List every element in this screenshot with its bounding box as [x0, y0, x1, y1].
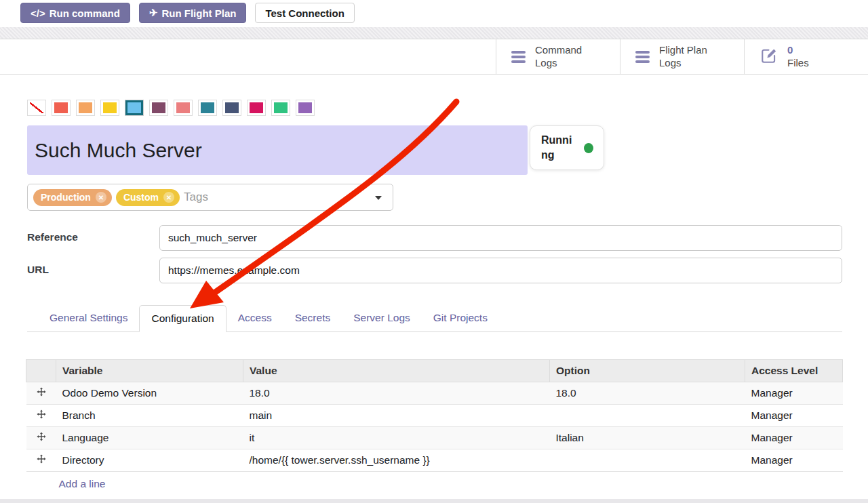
color-swatch[interactable]: [222, 100, 241, 116]
tags-input[interactable]: Production ✕ Custom ✕ Tags: [27, 184, 393, 211]
textured-divider: [0, 27, 868, 39]
flight-plan-logs-label: Flight Plan Logs: [659, 44, 724, 70]
option-cell[interactable]: [550, 405, 745, 427]
color-swatch[interactable]: [76, 100, 95, 116]
files-stat-text: 0 Files: [787, 44, 809, 70]
access-level-cell[interactable]: Manager: [745, 405, 843, 427]
tab-general-settings[interactable]: General Settings: [38, 305, 139, 331]
tags-placeholder: Tags: [184, 190, 208, 204]
value-cell[interactable]: main: [243, 405, 550, 427]
value-column-header[interactable]: Value: [243, 360, 550, 382]
run-flight-plan-button[interactable]: ✈ Run Flight Plan: [139, 3, 247, 23]
value-cell[interactable]: /home/{{ tower.server.ssh_username }}: [243, 449, 550, 472]
access-level-cell[interactable]: Manager: [745, 427, 843, 449]
list-icon: [511, 51, 526, 63]
tag-production-label: Production: [41, 192, 91, 203]
table-header-row: Variable Value Option Access Level: [26, 360, 843, 382]
reference-label: Reference: [27, 225, 159, 251]
configuration-table: Variable Value Option Access Level Odoo …: [26, 359, 843, 500]
table-footer-row: Add a line: [26, 472, 843, 500]
drag-handle-icon[interactable]: [26, 427, 56, 449]
table-row[interactable]: Branch main Manager: [26, 405, 843, 427]
drag-handle-icon[interactable]: [26, 449, 56, 472]
variable-cell[interactable]: Odoo Demo Version: [56, 382, 243, 405]
notebook-tabs: General Settings Configuration Access Se…: [27, 305, 842, 332]
form-sheet: Such Much Server Running Production ✕ Cu…: [0, 100, 868, 500]
variable-cell[interactable]: Branch: [56, 405, 243, 427]
table-row[interactable]: Directory /home/{{ tower.server.ssh_user…: [26, 449, 843, 472]
variable-cell[interactable]: Language: [56, 427, 243, 449]
table-row[interactable]: Language it Italian Manager: [26, 427, 843, 449]
reference-field[interactable]: [159, 225, 842, 251]
color-swatch[interactable]: [100, 100, 119, 116]
option-column-header[interactable]: Option: [550, 360, 745, 382]
color-swatch-none[interactable]: [27, 100, 46, 116]
option-cell[interactable]: [550, 449, 745, 472]
run-command-button[interactable]: </> Run command: [20, 3, 130, 23]
chevron-down-icon[interactable]: [375, 196, 382, 200]
remove-tag-icon[interactable]: ✕: [96, 192, 106, 203]
edit-square-icon: [760, 46, 778, 67]
files-label: Files: [787, 57, 809, 68]
files-count: 0: [787, 44, 793, 56]
option-cell[interactable]: 18.0: [550, 382, 745, 405]
color-swatch[interactable]: [198, 100, 217, 116]
bottom-page-edge: [0, 499, 868, 503]
drag-handle-icon[interactable]: [26, 382, 56, 405]
color-swatch[interactable]: [52, 100, 71, 116]
color-swatch-selected[interactable]: [125, 100, 144, 116]
tab-server-logs[interactable]: Server Logs: [342, 305, 422, 331]
test-connection-label: Test Connection: [265, 7, 344, 19]
command-logs-label: Command Logs: [535, 44, 600, 70]
stat-command-logs[interactable]: Command Logs: [496, 39, 620, 74]
variable-cell[interactable]: Directory: [56, 449, 243, 472]
action-bar: </> Run command ✈ Run Flight Plan Test C…: [0, 0, 868, 27]
option-cell[interactable]: Italian: [550, 427, 745, 449]
server-name-title[interactable]: Such Much Server: [27, 125, 528, 175]
color-swatch[interactable]: [271, 100, 290, 116]
stat-files[interactable]: 0 Files: [744, 39, 868, 74]
value-cell[interactable]: it: [243, 427, 550, 449]
value-cell[interactable]: 18.0: [243, 382, 550, 405]
access-level-cell[interactable]: Manager: [745, 449, 843, 472]
list-icon: [635, 51, 650, 63]
tab-git-projects[interactable]: Git Projects: [422, 305, 499, 331]
tab-secrets[interactable]: Secrets: [283, 305, 342, 331]
add-a-line-link[interactable]: Add a line: [59, 478, 106, 489]
url-field[interactable]: [159, 258, 842, 283]
test-connection-button[interactable]: Test Connection: [255, 3, 354, 23]
stat-button-bar: Command Logs Flight Plan Logs 0 Files: [0, 39, 868, 75]
status-dot-icon: [584, 143, 593, 153]
tag-custom-label: Custom: [123, 192, 159, 203]
remove-tag-icon[interactable]: ✕: [163, 192, 174, 203]
tab-configuration[interactable]: Configuration: [139, 305, 226, 332]
handle-column-header: [26, 360, 56, 382]
access-level-cell[interactable]: Manager: [745, 382, 843, 405]
color-swatch[interactable]: [296, 100, 315, 116]
plane-icon: ✈: [149, 7, 158, 19]
status-badge[interactable]: Running: [530, 125, 604, 170]
url-label: URL: [27, 258, 159, 283]
code-icon: </>: [31, 7, 45, 19]
tag-custom[interactable]: Custom ✕: [116, 189, 180, 206]
color-palette: [27, 100, 842, 116]
tab-access[interactable]: Access: [226, 305, 283, 331]
color-swatch[interactable]: [174, 100, 193, 116]
color-swatch[interactable]: [149, 100, 168, 116]
stat-flight-plan-logs[interactable]: Flight Plan Logs: [620, 39, 744, 74]
table-row[interactable]: Odoo Demo Version 18.0 18.0 Manager: [26, 382, 843, 405]
run-flight-plan-label: Run Flight Plan: [161, 7, 236, 19]
variable-column-header[interactable]: Variable: [56, 360, 243, 382]
tag-production[interactable]: Production ✕: [33, 189, 112, 206]
run-command-label: Run command: [50, 7, 120, 19]
access-level-column-header[interactable]: Access Level: [745, 360, 843, 382]
drag-handle-icon[interactable]: [26, 405, 56, 427]
color-swatch[interactable]: [247, 100, 266, 116]
status-label: Running: [541, 133, 576, 163]
